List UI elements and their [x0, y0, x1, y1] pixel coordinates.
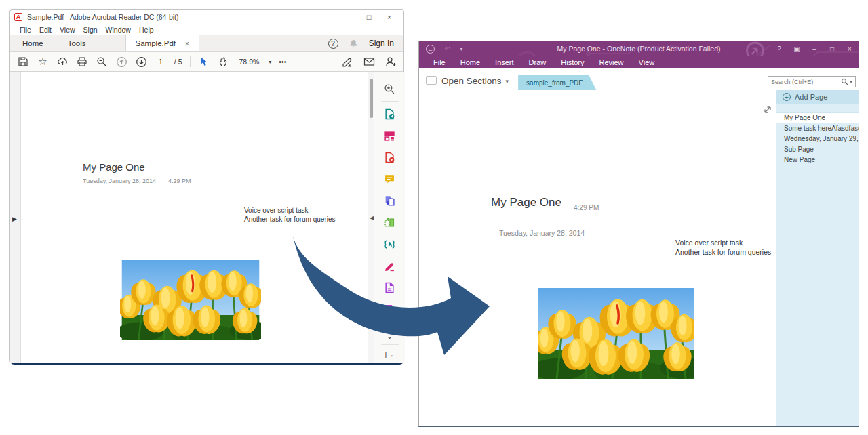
open-sections-caret-icon[interactable]: ▾ — [506, 78, 509, 85]
next-page-icon[interactable] — [135, 56, 147, 68]
acrobat-titlebar: A Sample.Pdf - Adobe Acrobat Reader DC (… — [10, 10, 403, 24]
acrobat-tabbar: Home Tools Sample.Pdf × ? 🔔︎ Sign In — [10, 35, 403, 52]
ribbon-tab-review[interactable]: Review — [592, 58, 631, 66]
ribbon-options-icon[interactable]: ▣ — [788, 45, 806, 53]
more-tools-icon[interactable]: ••• — [279, 58, 286, 66]
sidebar-scroll-down-icon[interactable]: ⌄ — [380, 329, 400, 343]
menu-window[interactable]: Window — [102, 26, 135, 34]
page-list-item[interactable]: My Page One — [776, 112, 859, 123]
note-page-title[interactable]: My Page One — [491, 196, 561, 209]
notifications-bell-icon[interactable]: 🔔︎ — [349, 39, 358, 49]
undo-icon[interactable]: ↶ — [444, 45, 450, 54]
minimize-button[interactable]: – — [806, 45, 823, 53]
open-sections-button[interactable]: Open Sections — [441, 76, 502, 86]
edit-pdf-icon[interactable] — [380, 125, 400, 146]
export-pdf-icon[interactable] — [380, 103, 400, 125]
tab-tools[interactable]: Tools — [56, 35, 98, 51]
menu-sign[interactable]: Sign — [79, 26, 102, 34]
menu-file[interactable]: File — [16, 26, 35, 34]
notebook-icon[interactable] — [426, 76, 437, 85]
select-tool-icon[interactable] — [198, 56, 210, 68]
search-input[interactable] — [771, 79, 841, 85]
search-box[interactable]: ▾ — [768, 76, 856, 87]
note-page-time: 4:29 PM — [574, 204, 599, 211]
back-icon[interactable]: ← — [426, 45, 435, 54]
tab-close-icon[interactable]: × — [185, 40, 189, 47]
sign-pen-icon[interactable] — [341, 56, 353, 68]
email-icon[interactable] — [363, 56, 375, 68]
ribbon-tab-insert[interactable]: Insert — [488, 58, 521, 66]
section-tab[interactable]: sample_from_PDF — [518, 75, 596, 90]
zoom-level-value[interactable]: 78.9% — [237, 58, 262, 66]
quick-access-toolbar: ← ↶ ▾ — [419, 45, 462, 54]
organize-pages-icon[interactable] — [380, 211, 400, 233]
combine-files-icon[interactable] — [380, 190, 400, 211]
menu-edit[interactable]: Edit — [35, 26, 56, 34]
maximize-button[interactable]: □ — [823, 45, 841, 53]
acrobat-tools-sidebar: ⌄ |→ — [374, 72, 405, 362]
star-icon[interactable]: ☆ — [37, 56, 49, 68]
close-button[interactable]: × — [841, 45, 859, 53]
more-tools-doc-icon[interactable] — [380, 276, 400, 298]
minimize-button[interactable]: – — [338, 13, 359, 21]
menu-help[interactable]: Help — [135, 26, 158, 34]
ribbon-tab-view[interactable]: View — [631, 58, 663, 66]
page-list-item[interactable]: Wednesday, January 29, 20 — [776, 133, 859, 144]
left-panel-expand-icon[interactable]: ▶ — [12, 215, 17, 222]
search-zoom-icon[interactable] — [380, 78, 400, 100]
page-list-item[interactable]: New Page — [776, 154, 859, 165]
compress-pdf-icon[interactable] — [380, 233, 400, 255]
note-task-text[interactable]: Voice over script task Another task for … — [675, 238, 771, 257]
ribbon-tab-home[interactable]: Home — [453, 58, 488, 66]
ribbon-tab-history[interactable]: History — [553, 58, 591, 66]
fill-sign-icon[interactable] — [380, 255, 400, 276]
tools-panel-collapse-icon[interactable]: ◀ — [370, 215, 374, 221]
sign-in-button[interactable]: Sign In — [369, 39, 394, 48]
tab-document-label: Sample.Pdf — [136, 39, 176, 47]
close-button[interactable]: × — [379, 13, 399, 21]
page-list: My Page One Some task hereAfasdfasd Wedn… — [776, 112, 859, 165]
page-list-panel: + Add Page My Page One Some task hereAfa… — [776, 90, 859, 426]
onenote-window: ← ↶ ▾ My Page One - OneNote (Product Act… — [418, 41, 859, 427]
help-icon[interactable]: ? — [328, 39, 338, 49]
onenote-ribbon-tabs: File Home Insert Draw History Review Vie… — [419, 56, 859, 68]
search-icon[interactable] — [841, 78, 848, 85]
maximize-button[interactable]: □ — [359, 13, 379, 21]
add-page-button[interactable]: + Add Page — [776, 90, 859, 104]
note-task-line-2: Another task for forum queries — [675, 247, 771, 257]
comment-icon[interactable] — [380, 168, 400, 190]
onenote-main-area: My Page One 4:29 PM Tuesday, January 28,… — [419, 90, 859, 426]
full-page-view-icon[interactable] — [763, 105, 772, 115]
page-count-label: / 5 — [174, 58, 182, 66]
share-cloud-icon[interactable] — [56, 56, 68, 68]
scrollbar-thumb[interactable] — [370, 79, 373, 118]
previous-page-icon[interactable] — [115, 56, 127, 68]
add-page-plus-icon: + — [783, 93, 791, 101]
ribbon-tab-file[interactable]: File — [426, 58, 453, 66]
tab-home[interactable]: Home — [10, 35, 56, 51]
search-scope-caret-icon[interactable]: ▾ — [850, 79, 852, 85]
menu-view[interactable]: View — [56, 26, 79, 34]
add-account-icon[interactable] — [384, 56, 397, 68]
zoom-caret-icon[interactable]: ▾ — [269, 59, 271, 65]
note-tulip-image[interactable] — [538, 288, 694, 379]
open-tools-panel-icon[interactable]: |→ — [380, 346, 400, 362]
print-icon[interactable] — [76, 56, 88, 68]
onenote-window-controls: ? ▣ – □ × — [770, 45, 859, 53]
hand-tool-icon[interactable] — [218, 56, 230, 68]
ribbon-tab-draw[interactable]: Draw — [521, 58, 554, 66]
onenote-help-icon[interactable]: ? — [770, 45, 788, 53]
onenote-page-canvas[interactable]: My Page One 4:29 PM Tuesday, January 28,… — [419, 90, 776, 426]
acrobat-window-title: Sample.Pdf - Adobe Acrobat Reader DC (64… — [27, 13, 338, 21]
save-convert-doc-icon[interactable] — [380, 298, 400, 320]
tab-document[interactable]: Sample.Pdf × — [125, 35, 199, 51]
customize-toolbar-icon[interactable]: ▾ — [460, 46, 462, 52]
pdf-time-text: 4:29 PM — [168, 178, 191, 184]
zoom-out-icon[interactable] — [96, 56, 108, 68]
page-list-item[interactable]: Sub Page — [776, 144, 859, 155]
save-icon[interactable] — [17, 56, 29, 68]
page-list-item[interactable]: Some task hereAfasdfasd — [776, 123, 859, 134]
page-number-input[interactable]: 1 — [155, 58, 167, 66]
add-page-label: Add Page — [795, 93, 827, 101]
create-pdf-icon[interactable] — [380, 146, 400, 168]
